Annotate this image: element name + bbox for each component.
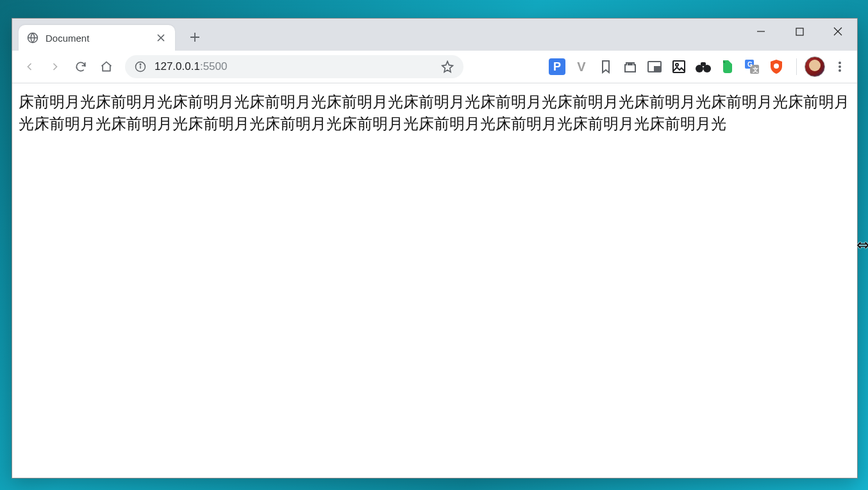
globe-icon	[26, 31, 39, 44]
new-tab-button[interactable]	[184, 26, 206, 48]
extension-pip-icon[interactable]	[646, 58, 663, 75]
profile-avatar[interactable]	[805, 56, 825, 77]
svg-rect-10	[701, 62, 706, 66]
url-host: 127.0.0.1	[154, 60, 200, 73]
back-button[interactable]	[19, 56, 40, 78]
svg-rect-1	[796, 28, 803, 35]
extension-vue-devtools[interactable]: V	[573, 58, 590, 75]
svg-rect-5	[655, 67, 660, 71]
extension-translate-icon[interactable]: G文	[744, 58, 760, 75]
extension-binoculars-icon[interactable]	[695, 58, 712, 75]
page-content: 床前明月光床前明月光床前明月光床前明月光床前明月光床前明月光床前明月光床前明月光…	[12, 83, 857, 478]
extension-bookmark-icon[interactable]	[597, 58, 614, 75]
svg-rect-6	[673, 61, 685, 72]
browser-window: Document	[12, 18, 858, 478]
extension-evernote-icon[interactable]	[719, 58, 736, 75]
svg-point-15	[774, 63, 779, 69]
extension-image-icon[interactable]	[671, 58, 687, 75]
browser-tab[interactable]: Document	[19, 25, 175, 51]
tab-strip: Document	[12, 19, 857, 51]
extension-shield-icon[interactable]	[768, 58, 785, 75]
address-bar[interactable]: 127.0.0.1:5500	[125, 55, 463, 78]
url-port: :5500	[200, 60, 228, 73]
extension-row: P V G文	[549, 58, 785, 75]
close-window-button[interactable]	[819, 19, 857, 44]
resize-horizontal-cursor-icon: ⇔	[856, 236, 868, 254]
svg-point-3	[140, 64, 141, 65]
chrome-menu-button[interactable]	[829, 56, 851, 78]
svg-point-16	[839, 62, 841, 64]
tab-close-button[interactable]	[154, 31, 167, 44]
svg-point-17	[839, 65, 841, 68]
toolbar: 127.0.0.1:5500 P V	[12, 51, 857, 83]
svg-text:文: 文	[752, 67, 758, 73]
svg-point-18	[839, 69, 841, 72]
svg-point-7	[676, 63, 678, 66]
reload-button[interactable]	[70, 56, 92, 78]
maximize-button[interactable]	[780, 19, 819, 44]
site-info-icon[interactable]	[134, 60, 147, 73]
tab-title: Document	[46, 33, 154, 44]
forward-button[interactable]	[44, 56, 66, 78]
toolbar-divider	[796, 58, 797, 75]
bookmark-star-icon[interactable]	[440, 60, 455, 74]
minimize-button[interactable]	[742, 19, 780, 44]
extension-postman[interactable]: P	[549, 58, 565, 75]
extension-castle-icon[interactable]	[622, 58, 638, 75]
home-button[interactable]	[96, 56, 117, 78]
window-controls	[742, 19, 857, 44]
svg-text:G: G	[747, 61, 753, 68]
